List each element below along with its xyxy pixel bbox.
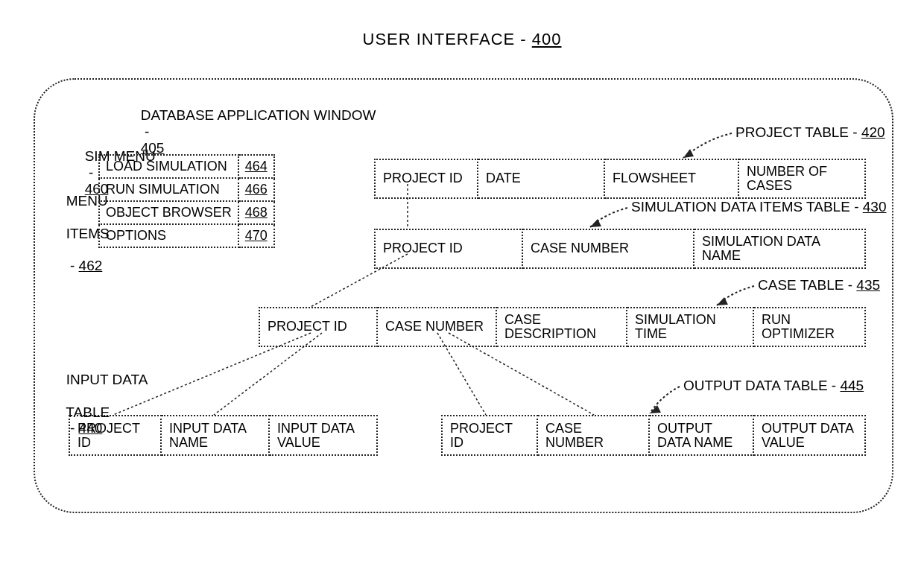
menu-item-ref: 470 — [238, 224, 274, 247]
case-table-row: PROJECT ID CASE NUMBER CASE DESCRIPTION … — [259, 307, 866, 347]
input-data-col: PROJECT ID — [69, 415, 162, 456]
menu-row: RUN SIMULATION 466 — [99, 178, 274, 201]
sim-data-items-col: SIMULATION DATA NAME — [694, 229, 866, 269]
page-title-text: USER INTERFACE — [363, 30, 516, 48]
input-data-col: INPUT DATA VALUE — [270, 415, 378, 456]
project-table-label-ref: 420 — [861, 124, 885, 140]
sim-data-items-col: PROJECT ID — [374, 229, 523, 269]
menu-item-options[interactable]: OPTIONS — [99, 224, 238, 247]
project-table-col: PROJECT ID — [374, 159, 478, 199]
project-table-col: FLOWSHEET — [605, 159, 739, 199]
menu-row: OPTIONS 470 — [99, 224, 274, 247]
sim-data-items-label: SIMULATION DATA ITEMS TABLE - 430 — [631, 199, 886, 215]
sim-data-items-col: CASE NUMBER — [523, 229, 694, 269]
output-data-table-row: PROJECT ID CASE NUMBER OUTPUT DATA NAME … — [441, 415, 866, 456]
svg-marker-8 — [717, 297, 728, 305]
sim-menu-table: LOAD SIMULATION 464 RUN SIMULATION 466 O… — [98, 154, 275, 248]
database-application-window: DATABASE APPLICATION WINDOW - 405 SIM ME… — [34, 78, 893, 513]
output-data-col: OUTPUT DATA NAME — [650, 415, 754, 456]
case-table-col: CASE DESCRIPTION — [497, 307, 627, 347]
input-data-col: INPUT DATA NAME — [162, 415, 270, 456]
menu-item-ref: 468 — [238, 201, 274, 224]
sim-data-items-label-ref: 430 — [863, 199, 887, 215]
menu-row: OBJECT BROWSER 468 — [99, 201, 274, 224]
output-data-table-label-text: OUTPUT DATA TABLE — [683, 378, 828, 393]
svg-marker-6 — [683, 149, 694, 158]
case-table-label-text: CASE TABLE — [758, 277, 844, 293]
output-data-table-label: OUTPUT DATA TABLE - 445 — [683, 378, 864, 394]
case-table-col: RUN OPTIMIZER — [754, 307, 866, 347]
window-label-text: DATABASE APPLICATION WINDOW — [141, 107, 376, 123]
output-data-col: OUTPUT DATA VALUE — [754, 415, 866, 456]
project-table-label: PROJECT TABLE - 420 — [735, 124, 885, 141]
sim-data-items-label-text: SIMULATION DATA ITEMS TABLE — [631, 199, 850, 215]
project-table-label-text: PROJECT TABLE — [735, 124, 849, 140]
output-data-col: CASE NUMBER — [538, 415, 650, 456]
menu-items-label-ref: 462 — [79, 258, 103, 273]
sim-data-items-table-row: PROJECT ID CASE NUMBER SIMULATION DATA N… — [374, 229, 866, 269]
menu-item-ref: 466 — [238, 178, 274, 201]
input-data-table-label-l1: INPUT DATA — [66, 372, 148, 387]
case-table-col: CASE NUMBER — [378, 307, 497, 347]
menu-item-run-simulation[interactable]: RUN SIMULATION — [99, 178, 238, 201]
page-title: USER INTERFACE - 400 — [0, 30, 924, 49]
menu-item-object-browser[interactable]: OBJECT BROWSER — [99, 201, 238, 224]
page: USER INTERFACE - 400 DATABASE APPLICATIO… — [0, 0, 924, 575]
menu-row: LOAD SIMULATION 464 — [99, 155, 274, 178]
page-title-ref: 400 — [532, 30, 562, 48]
project-table-col: NUMBER OF CASES — [739, 159, 866, 199]
menu-item-ref: 464 — [238, 155, 274, 178]
case-table-label: CASE TABLE - 435 — [758, 277, 880, 293]
menu-item-load-simulation[interactable]: LOAD SIMULATION — [99, 155, 238, 178]
case-table-col: PROJECT ID — [259, 307, 378, 347]
output-data-table-label-ref: 445 — [840, 378, 864, 393]
svg-marker-9 — [650, 405, 661, 413]
project-table-row: PROJECT ID DATE FLOWSHEET NUMBER OF CASE… — [374, 159, 866, 199]
output-data-col: PROJECT ID — [441, 415, 538, 456]
case-table-label-ref: 435 — [856, 277, 880, 293]
input-data-table-row: PROJECT ID INPUT DATA NAME INPUT DATA VA… — [69, 415, 378, 456]
case-table-col: SIMULATION TIME — [627, 307, 754, 347]
svg-marker-7 — [590, 219, 601, 227]
project-table-col: DATE — [478, 159, 605, 199]
